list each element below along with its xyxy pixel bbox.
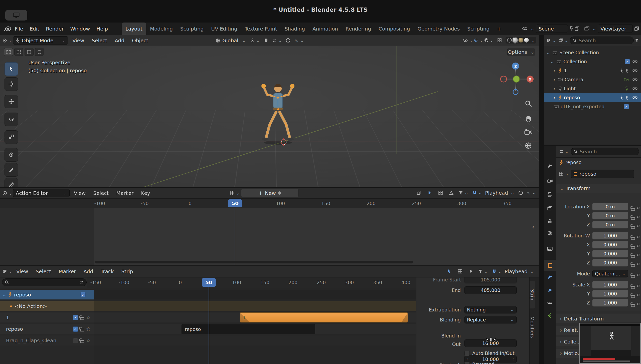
tab-tool[interactable] [547,164,552,170]
dope-proportional-toggle[interactable] [516,189,525,197]
editor-type-button[interactable] [3,37,12,44]
nla-snapping-dropdown[interactable] [491,267,503,275]
end-field[interactable]: 405.000 [464,286,517,294]
lock-icon[interactable] [631,217,635,220]
nla-keyframe-toggle[interactable] [466,267,475,275]
tab-modifiers[interactable]: Modifiers [530,311,535,343]
workspace-tab-layout[interactable]: Layout [122,23,146,35]
workspace-tab-modeling[interactable]: Modeling [146,23,177,35]
collection-checkbox[interactable] [625,59,630,64]
tab-physics[interactable] [547,288,552,294]
lock-icon[interactable] [631,226,635,229]
animate-decorator[interactable] [637,245,639,247]
editor-splitter[interactable] [539,35,544,364]
workspace-tab-rendering[interactable]: Rendering [342,23,375,35]
dope-playhead-snap-dropdown[interactable]: Playhead [485,190,514,196]
select-mode-set-button[interactable] [4,48,13,56]
camera-view-button[interactable] [524,129,532,136]
tab-object[interactable] [544,260,556,271]
viewport-menu-add[interactable]: Add [111,38,128,44]
workspace-tab-shading[interactable]: Shading [281,23,309,35]
nla-editor-type-button[interactable] [3,267,12,275]
dope-snapping-dropdown[interactable] [471,189,483,197]
nla-menu-view[interactable]: View [13,268,31,274]
outliner-search-field[interactable]: Search [570,37,634,44]
scale-x-slider[interactable]: 1.000 [592,281,628,288]
rotation-z-slider[interactable]: 0.000 [592,259,628,266]
scale-y-slider[interactable]: 1.000 [592,290,628,297]
properties-search-field[interactable]: Search [571,148,639,155]
increment-arrow-icon[interactable]: › [513,357,515,362]
animate-decorator[interactable] [637,207,639,209]
navigation-gizmo[interactable]: Z X [500,62,535,97]
overlays-dropdown[interactable] [485,36,494,44]
location-x-slider[interactable]: 0 m [592,203,628,210]
lock-icon[interactable] [631,275,635,278]
snapping-toggle[interactable] [262,37,271,44]
transform-panel-header[interactable]: Transform [556,184,641,193]
lock-icon[interactable] [631,208,635,211]
lock-icon[interactable] [631,295,635,298]
pin-icon[interactable] [569,26,573,31]
select-mode-intersect-button[interactable] [35,48,44,56]
workspace-tab-animation[interactable]: Animation [309,23,342,35]
auto-blend-checkbox[interactable] [464,351,470,356]
proportional-falloff-selector[interactable]: ∿ [295,37,304,44]
tab-object-data[interactable] [548,313,552,319]
viewport-menu-object[interactable]: Object [129,38,151,44]
nla-filter-dropdown[interactable] [477,267,489,275]
object-browse-dropdown[interactable] [558,170,569,178]
dope-playhead[interactable] [235,208,235,266]
rotation-y-slider[interactable]: 0.000 [592,250,628,257]
proportional-editing-toggle[interactable] [284,37,293,44]
new-scene-icon[interactable] [575,26,579,31]
outliner-row-collection[interactable]: Collection [544,57,641,66]
pan-nav-button[interactable] [525,115,532,124]
reversed-checkbox[interactable] [464,362,470,364]
track-solo-icon[interactable] [86,338,91,343]
nla-track-row[interactable]: Brag_n_Claps_Clean [0,335,94,345]
track-checkbox[interactable] [73,338,78,343]
show-errors-toggle[interactable] [447,189,456,197]
snapping-options[interactable] [273,37,282,44]
tool-rotate[interactable] [5,113,18,126]
nla-object-track[interactable]: reposo [0,290,94,299]
menu-render[interactable]: Render [43,26,67,32]
viewport-menu-select[interactable]: Select [88,38,110,44]
dope-hscrollbar[interactable] [95,261,413,263]
transform-orientation-selector[interactable]: Global [213,36,249,45]
lock-icon[interactable] [631,255,635,258]
workspace-tab-uv-editing[interactable]: UV Editing [207,23,241,35]
track-solo-icon[interactable] [86,315,91,320]
hide-eye-icon[interactable] [632,60,637,63]
select-mode-subtract-button[interactable] [25,48,34,56]
outliner-row-reposo[interactable]: reposo [544,93,641,102]
current-frame-badge[interactable]: 50 [202,278,216,287]
location-y-slider[interactable]: 0 m [592,212,628,219]
dope-sidebar-toggle[interactable]: ‹ [532,223,535,231]
workspace-tab-sculpting[interactable]: Sculpting [177,23,207,35]
add-workspace-button[interactable]: + [493,23,505,35]
gizmos-dropdown[interactable] [474,36,483,44]
hide-eye-icon[interactable] [632,69,637,72]
panel-delta-transform[interactable]: Delta Transform [556,314,641,323]
nla-menu-select[interactable]: Select [32,268,54,274]
dope-menu-view[interactable]: View [71,190,89,196]
dope-editor-type-button[interactable] [3,189,12,197]
action-browse-dropdown[interactable] [230,189,239,197]
tab-view-layer[interactable] [547,206,552,212]
tool-measure[interactable] [5,178,18,187]
nla-layered-toggle[interactable] [455,267,464,275]
nla-playhead[interactable] [209,287,209,364]
menu-file[interactable]: File [12,26,26,32]
zoom-nav-button[interactable] [525,100,532,108]
tab-strip[interactable]: Strip [530,281,535,308]
rotation-w-slider[interactable]: 1.000 [592,232,628,239]
shading-solid-button[interactable] [513,38,518,43]
tab-modifiers[interactable] [547,275,552,281]
workspace-tab-texture-paint[interactable]: Texture Paint [241,23,281,35]
animate-decorator[interactable] [637,294,639,296]
tab-output[interactable] [547,192,552,198]
workspace-tab-scripting[interactable]: Scripting [463,23,493,35]
tool-transform[interactable] [5,148,18,162]
